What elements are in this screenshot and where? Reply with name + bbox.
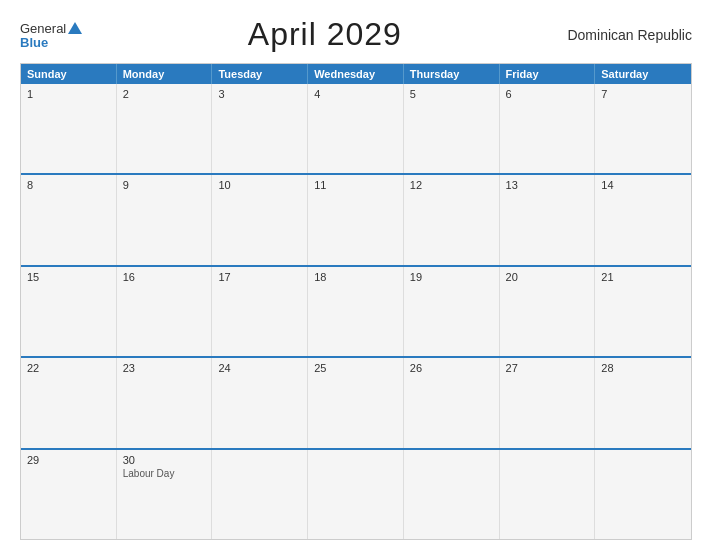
- day-cell: 23: [117, 358, 213, 447]
- day-number: 5: [410, 88, 493, 100]
- day-cell: [500, 450, 596, 539]
- header-tuesday: Tuesday: [212, 64, 308, 84]
- day-number: 24: [218, 362, 301, 374]
- day-cell: 1: [21, 84, 117, 173]
- header-monday: Monday: [117, 64, 213, 84]
- day-cell: 10: [212, 175, 308, 264]
- day-number: 21: [601, 271, 685, 283]
- day-cell: 29: [21, 450, 117, 539]
- day-number: 9: [123, 179, 206, 191]
- day-cell: 16: [117, 267, 213, 356]
- calendar-body: 1234567891011121314151617181920212223242…: [21, 84, 691, 539]
- week-row-5: 2930Labour Day: [21, 448, 691, 539]
- calendar-header: Sunday Monday Tuesday Wednesday Thursday…: [21, 64, 691, 84]
- country-label: Dominican Republic: [567, 27, 692, 43]
- day-number: 3: [218, 88, 301, 100]
- day-cell: 4: [308, 84, 404, 173]
- day-cell: 20: [500, 267, 596, 356]
- day-cell: [212, 450, 308, 539]
- day-number: 14: [601, 179, 685, 191]
- week-row-2: 891011121314: [21, 173, 691, 264]
- day-cell: 6: [500, 84, 596, 173]
- week-row-1: 1234567: [21, 84, 691, 173]
- day-cell: [595, 450, 691, 539]
- day-cell: 27: [500, 358, 596, 447]
- day-cell: 17: [212, 267, 308, 356]
- day-cell: [308, 450, 404, 539]
- day-number: 1: [27, 88, 110, 100]
- day-number: 29: [27, 454, 110, 466]
- day-number: 23: [123, 362, 206, 374]
- day-number: 10: [218, 179, 301, 191]
- day-cell: 28: [595, 358, 691, 447]
- day-cell: 8: [21, 175, 117, 264]
- day-cell: 14: [595, 175, 691, 264]
- day-cell: 7: [595, 84, 691, 173]
- day-cell: 25: [308, 358, 404, 447]
- week-row-3: 15161718192021: [21, 265, 691, 356]
- header-thursday: Thursday: [404, 64, 500, 84]
- day-number: 13: [506, 179, 589, 191]
- day-number: 18: [314, 271, 397, 283]
- day-number: 7: [601, 88, 685, 100]
- day-cell: 21: [595, 267, 691, 356]
- day-number: 25: [314, 362, 397, 374]
- logo-blue: Blue: [20, 36, 48, 49]
- day-number: 20: [506, 271, 589, 283]
- day-cell: [404, 450, 500, 539]
- day-number: 12: [410, 179, 493, 191]
- day-cell: 24: [212, 358, 308, 447]
- header-saturday: Saturday: [595, 64, 691, 84]
- week-row-4: 22232425262728: [21, 356, 691, 447]
- header: General Blue April 2029 Dominican Republ…: [20, 16, 692, 53]
- day-number: 11: [314, 179, 397, 191]
- logo: General Blue: [20, 20, 82, 49]
- day-number: 8: [27, 179, 110, 191]
- logo-triangle-icon: [68, 22, 82, 34]
- day-cell: 19: [404, 267, 500, 356]
- calendar: Sunday Monday Tuesday Wednesday Thursday…: [20, 63, 692, 540]
- day-cell: 22: [21, 358, 117, 447]
- day-number: 2: [123, 88, 206, 100]
- day-number: 4: [314, 88, 397, 100]
- day-cell: 9: [117, 175, 213, 264]
- header-sunday: Sunday: [21, 64, 117, 84]
- day-number: 19: [410, 271, 493, 283]
- day-number: 15: [27, 271, 110, 283]
- day-cell: 5: [404, 84, 500, 173]
- day-cell: 12: [404, 175, 500, 264]
- day-number: 27: [506, 362, 589, 374]
- calendar-title: April 2029: [248, 16, 402, 53]
- day-number: 28: [601, 362, 685, 374]
- day-cell: 30Labour Day: [117, 450, 213, 539]
- logo-general: General: [20, 20, 82, 36]
- day-cell: 2: [117, 84, 213, 173]
- day-cell: 15: [21, 267, 117, 356]
- day-number: 26: [410, 362, 493, 374]
- day-number: 22: [27, 362, 110, 374]
- day-cell: 3: [212, 84, 308, 173]
- day-cell: 13: [500, 175, 596, 264]
- page: General Blue April 2029 Dominican Republ…: [0, 0, 712, 550]
- day-cell: 11: [308, 175, 404, 264]
- event-label: Labour Day: [123, 468, 206, 479]
- day-number: 17: [218, 271, 301, 283]
- day-number: 6: [506, 88, 589, 100]
- day-number: 16: [123, 271, 206, 283]
- day-cell: 26: [404, 358, 500, 447]
- day-cell: 18: [308, 267, 404, 356]
- header-friday: Friday: [500, 64, 596, 84]
- day-number: 30: [123, 454, 206, 466]
- header-wednesday: Wednesday: [308, 64, 404, 84]
